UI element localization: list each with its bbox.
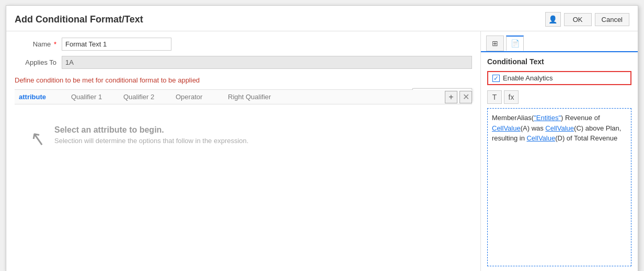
condition-text: Define condition to be met for condition… bbox=[15, 76, 472, 84]
applies-to-input[interactable] bbox=[62, 56, 472, 69]
col-headers: attribute Qualifier 1 Qualifier 2 Operat… bbox=[15, 90, 472, 104]
col-q1: Qualifier 1 bbox=[67, 93, 119, 101]
grid-icon: ⊞ bbox=[492, 39, 498, 48]
add-row-button[interactable]: + bbox=[445, 91, 457, 103]
editor-text-2: ) Revenue of bbox=[561, 114, 600, 122]
format-buttons: T fx bbox=[487, 90, 631, 104]
enable-analytics-row: ✓ Enable Analytics bbox=[487, 71, 631, 85]
user-icon-button[interactable]: 👤 bbox=[545, 12, 561, 27]
name-row: Name * bbox=[15, 38, 472, 51]
fx-format-icon: fx bbox=[509, 93, 514, 101]
doc-tab[interactable]: 📄 bbox=[506, 36, 524, 51]
col-operator: Operator bbox=[171, 93, 224, 101]
enable-analytics-checkbox[interactable]: ✓ bbox=[492, 75, 500, 82]
right-panel: ⊞ 📄 Conditional Text ✓ Enable Analytics … bbox=[481, 31, 638, 271]
required-star: * bbox=[54, 40, 56, 48]
select-prompt: ↖ Select an attribute to begin. Selectio… bbox=[15, 125, 472, 150]
select-prompt-text: Select an attribute to begin. Selection … bbox=[54, 125, 248, 145]
editor-link-3[interactable]: CellValue bbox=[545, 124, 574, 132]
fx-format-button[interactable]: fx bbox=[504, 90, 519, 104]
dialog-title: Add Conditional Format/Text bbox=[15, 14, 143, 25]
name-input[interactable] bbox=[62, 38, 171, 51]
grid-tab[interactable]: ⊞ bbox=[486, 36, 504, 51]
user-icon: 👤 bbox=[548, 15, 557, 23]
editor-link-1[interactable]: "Entities" bbox=[534, 114, 561, 122]
editor-link-2[interactable]: CellValue bbox=[492, 124, 521, 132]
left-panel: Name * Applies To Define condition to be… bbox=[6, 31, 481, 271]
delete-row-button[interactable]: ✕ bbox=[459, 91, 472, 103]
ok-button[interactable]: OK bbox=[564, 13, 592, 26]
right-content: Conditional Text ✓ Enable Analytics T fx bbox=[481, 52, 638, 271]
prompt-description: Selection will determine the options tha… bbox=[54, 137, 248, 145]
col-q2: Qualifier 2 bbox=[119, 93, 171, 101]
prompt-heading: Select an attribute to begin. bbox=[54, 125, 248, 135]
editor-link-4[interactable]: CellValue bbox=[526, 134, 555, 142]
editor-text-3: (A) was bbox=[521, 124, 546, 132]
editor-text-5: (D) of Total Revenue bbox=[555, 134, 617, 142]
expression-table: attribute Qualifier 1 Qualifier 2 Operat… bbox=[15, 89, 472, 104]
delete-icon: ✕ bbox=[463, 93, 469, 101]
text-format-icon: T bbox=[492, 93, 497, 101]
col-attribute: attribute bbox=[15, 93, 67, 101]
add-icon: + bbox=[448, 93, 453, 101]
enable-analytics-label: Enable Analytics bbox=[503, 74, 553, 82]
name-label: Name * bbox=[15, 40, 62, 48]
col-actions: + ✕ bbox=[445, 91, 472, 103]
applies-to-label: Applies To bbox=[15, 58, 62, 66]
editor-text-1: MemberAlias( bbox=[492, 114, 534, 122]
section-title: Conditional Text bbox=[487, 57, 631, 66]
text-format-button[interactable]: T bbox=[487, 90, 502, 104]
cancel-button[interactable]: Cancel bbox=[595, 13, 629, 26]
col-right-qualifier: Right Qualifier bbox=[224, 93, 302, 101]
applies-to-row: Applies To bbox=[15, 56, 472, 69]
right-tabs: ⊞ 📄 bbox=[481, 31, 638, 52]
text-editor-area[interactable]: MemberAlias("Entities") Revenue of CellV… bbox=[487, 108, 631, 266]
doc-icon: 📄 bbox=[511, 39, 520, 48]
arrow-icon: ↖ bbox=[29, 127, 48, 151]
header-buttons: 👤 OK Cancel bbox=[545, 12, 629, 27]
